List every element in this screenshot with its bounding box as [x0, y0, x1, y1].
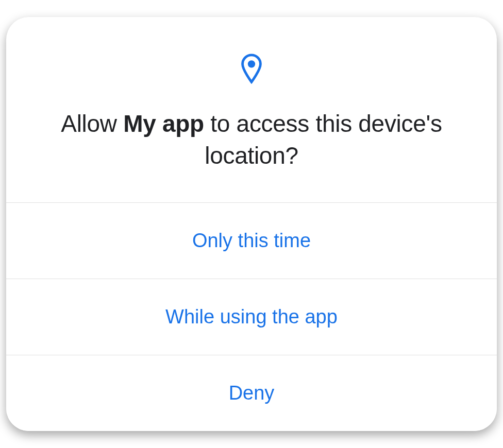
- dialog-header: Allow My app to access this device's loc…: [6, 17, 497, 203]
- svg-point-0: [249, 62, 254, 66]
- location-pin-icon: [238, 53, 265, 87]
- title-prefix: Allow: [61, 110, 123, 137]
- title-suffix: to access this device's location?: [204, 110, 442, 169]
- dialog-title: Allow My app to access this device's loc…: [37, 108, 466, 171]
- permission-dialog: Allow My app to access this device's loc…: [6, 17, 497, 431]
- only-this-time-button[interactable]: Only this time: [6, 203, 497, 279]
- deny-button[interactable]: Deny: [6, 355, 497, 431]
- app-name: My app: [123, 110, 204, 137]
- while-using-app-button[interactable]: While using the app: [6, 279, 497, 355]
